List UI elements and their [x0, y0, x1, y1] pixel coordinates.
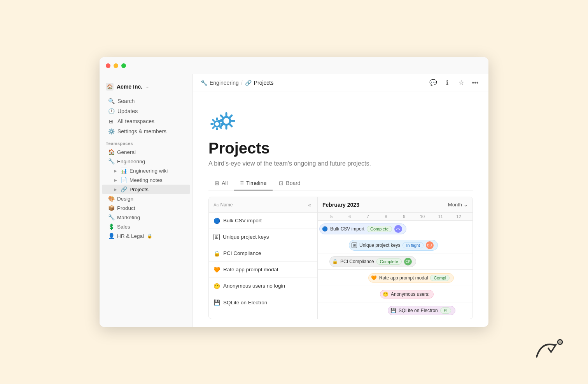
sidebar-item-marketing[interactable]: 🔧 Marketing — [102, 213, 190, 222]
notes-icon: 📄 — [121, 177, 127, 183]
sidebar-item-updates[interactable]: 🕐 Updates — [102, 106, 190, 116]
topbar-actions: 💬 ℹ ☆ ••• — [428, 77, 481, 88]
svg-line-17 — [213, 127, 214, 128]
month-selector-button[interactable]: Month ⌄ — [448, 202, 468, 208]
sales-icon: 💲 — [108, 223, 115, 230]
sidebar-item-engineering[interactable]: 🔧 Engineering — [102, 157, 190, 166]
timeline-right-header: February 2023 Month ⌄ — [318, 197, 472, 213]
gantt-bar-sqlite: 💾 SQLite on Electron Pl — [388, 306, 455, 315]
close-button[interactable] — [106, 63, 110, 68]
table-row: 😶 Anonymous users no login — [209, 278, 317, 294]
row-label: Rate app prompt modal — [223, 267, 278, 272]
breadcrumb-parent-icon: 🔧 — [201, 80, 207, 86]
chevron-icon: ▶ — [113, 168, 118, 173]
sidebar-item-sales[interactable]: 💲 Sales — [102, 222, 190, 231]
avatar-bulk-csv: AV — [394, 225, 402, 233]
sidebar-item-engineering-label: Engineering — [117, 159, 145, 164]
status-badge-pci: Complete — [376, 258, 402, 265]
search-icon: 🔍 — [108, 98, 114, 104]
tab-board[interactable]: ⊡ Board — [273, 176, 306, 190]
status-badge-bulk-csv: Complete — [367, 226, 392, 232]
date-row: 5 6 7 8 9 10 11 12 — [318, 213, 472, 221]
avatar-pci: CP — [404, 258, 412, 265]
minimize-button[interactable] — [114, 63, 118, 68]
workspace-chevron: ⌄ — [145, 84, 149, 89]
sidebar-item-design[interactable]: 🎨 Design — [102, 194, 190, 203]
breadcrumb-current-icon: 🔗 — [245, 80, 252, 86]
sidebar: 🏠 Acme Inc. ⌄ 🔍 Search 🕐 Updates ⊞ All t… — [100, 74, 193, 327]
sidebar-item-settings[interactable]: ⚙️ Settings & members — [102, 126, 190, 136]
svg-line-8 — [221, 125, 222, 126]
col-header-name: Aa Name — [214, 202, 233, 208]
workspace-selector[interactable]: 🏠 Acme Inc. ⌄ — [100, 80, 192, 93]
svg-line-15 — [220, 127, 221, 128]
sidebar-item-meeting-notes[interactable]: ▶ 📄 Meeting notes — [102, 175, 190, 185]
product-icon: 📦 — [108, 205, 115, 211]
tab-timeline[interactable]: ≡ Timeline — [234, 176, 273, 190]
page-content: Projects A bird's-eye view of the team's… — [193, 91, 488, 327]
sidebar-nav-updates-label: Updates — [117, 108, 138, 114]
sidebar-item-search[interactable]: 🔍 Search — [102, 96, 190, 106]
tab-timeline-label: Timeline — [246, 180, 266, 186]
gantt-row-pci: 🔒 PCI Compliance Complete CP — [318, 253, 472, 270]
anon-users-bar-icon: 😶 — [383, 291, 388, 297]
unique-keys-bar-label: Unique project keys — [359, 243, 400, 248]
gantt-bar-rate-app: 🧡 Rate app prompt modal Compl — [368, 273, 454, 283]
maximize-button[interactable] — [121, 63, 126, 68]
hr-icon: 👤 — [108, 233, 115, 239]
svg-line-7 — [230, 115, 232, 117]
workspace-name: Acme Inc. — [117, 84, 142, 90]
projects-icon: 🔗 — [121, 186, 127, 192]
gantt-bar-anon-users: 😶 Anonymous users: — [380, 290, 434, 298]
sidebar-item-all-teamspaces[interactable]: ⊞ All teamspaces — [102, 116, 190, 126]
chevron-icon: ▶ — [113, 177, 118, 183]
table-row: 🔵 Bulk CSV import — [209, 213, 317, 229]
info-button[interactable]: ℹ — [442, 77, 453, 88]
sidebar-item-wiki-label: Engineering wiki — [130, 168, 168, 174]
date-cell: 9 — [395, 213, 413, 220]
gantt-bar-bulk-csv: 🔵 Bulk CSV import Complete AV — [319, 223, 406, 234]
row-label: Bulk CSV import — [223, 218, 262, 223]
timeline-icon: ≡ — [240, 180, 244, 187]
topbar: 🔧 Engineering / 🔗 Projects 💬 ℹ ☆ ••• — [193, 74, 488, 91]
bulk-csv-bar-icon: 🔵 — [322, 226, 328, 232]
app-window: 🏠 Acme Inc. ⌄ 🔍 Search 🕐 Updates ⊞ All t… — [100, 57, 488, 327]
date-cell: 8 — [377, 213, 395, 220]
sidebar-nav-settings-label: Settings & members — [117, 128, 166, 134]
sidebar-item-general[interactable]: 🏠 General — [102, 147, 190, 157]
clock-icon: 🕐 — [108, 108, 114, 114]
timeline-container: Aa Name « 🔵 Bulk CSV import ⊞ Unique pro… — [208, 197, 473, 319]
comment-button[interactable]: 💬 — [428, 77, 439, 88]
sqlite-bar-icon: 💾 — [390, 308, 396, 313]
gantt-row-rate-app: 🧡 Rate app prompt modal Compl — [318, 270, 472, 286]
star-button[interactable]: ☆ — [456, 77, 467, 88]
svg-line-16 — [220, 120, 221, 121]
breadcrumb-parent: Engineering — [210, 80, 239, 86]
collapse-button[interactable]: « — [306, 201, 313, 209]
main-layout: 🏠 Acme Inc. ⌄ 🔍 Search 🕐 Updates ⊞ All t… — [100, 74, 488, 327]
row-label: Unique project keys — [223, 234, 269, 240]
month-label: February 2023 — [322, 202, 359, 208]
row-label: SQLite on Electron — [223, 300, 267, 305]
rate-app-icon: 🧡 — [214, 267, 220, 273]
sidebar-item-engineering-wiki[interactable]: ▶ 📊 Engineering wiki — [102, 166, 190, 175]
col-header-label: Name — [220, 202, 233, 208]
sidebar-item-general-label: General — [117, 149, 136, 155]
sidebar-item-hr-legal[interactable]: 👤 HR & Legal 🔒 — [102, 231, 190, 241]
more-button[interactable]: ••• — [470, 77, 481, 88]
rate-app-bar-label: Rate app prompt modal — [379, 275, 428, 281]
date-cell: 5 — [322, 213, 341, 220]
date-cell: 12 — [450, 213, 468, 220]
gantt-bar-unique-keys: ⊞ Unique project keys In flight BU — [349, 240, 438, 251]
sidebar-item-projects[interactable]: ▶ 🔗 Projects — [102, 185, 190, 194]
tab-all[interactable]: ⊞ All — [208, 176, 234, 190]
sidebar-item-product[interactable]: 📦 Product — [102, 203, 190, 213]
svg-line-6 — [230, 125, 232, 126]
avatar-unique-keys: BU — [426, 241, 434, 249]
sidebar-nav-teamspaces-label: All teamspaces — [117, 118, 154, 124]
svg-point-0 — [222, 117, 230, 125]
grid-icon: ⊞ — [108, 118, 114, 124]
sidebar-item-product-label: Product — [117, 205, 135, 211]
all-icon: ⊞ — [215, 180, 219, 186]
lock-icon: 🔒 — [147, 234, 152, 239]
